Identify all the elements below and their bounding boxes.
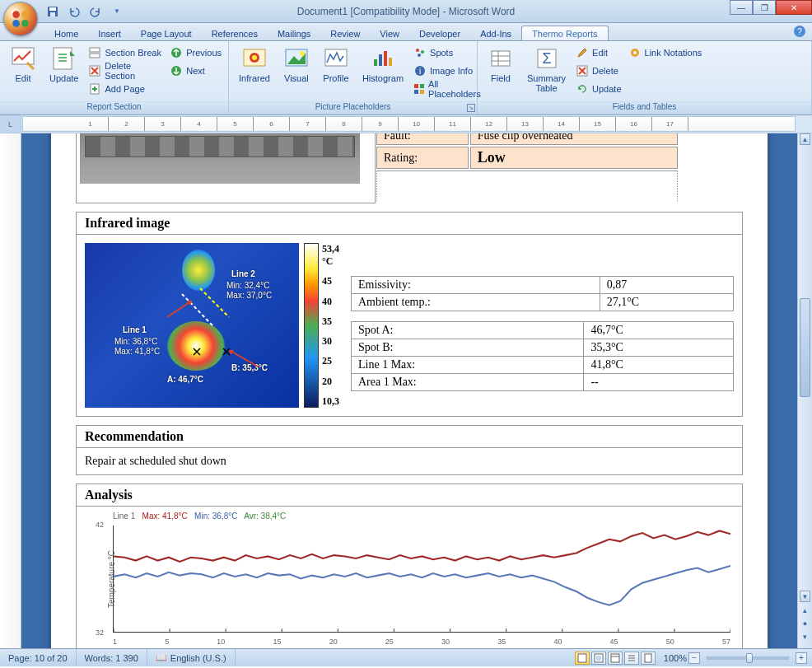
previous-icon [170,46,183,59]
svg-rect-62 [611,654,619,662]
tab-thermo-reports[interactable]: Thermo Reports [521,26,608,40]
svg-text:i: i [419,67,421,76]
qat-dropdown-icon[interactable]: ▼ [109,3,125,20]
maximize-button[interactable]: ❐ [753,0,776,15]
visual-button[interactable]: Visual [278,44,315,85]
ft-delete-button[interactable]: Delete [574,62,623,80]
visual-icon [283,45,310,72]
ft-update-button[interactable]: Update [574,80,623,98]
tab-insert[interactable]: Insert [88,26,131,40]
tab-review[interactable]: Review [320,26,370,40]
title-bar: ▼ Document1 [Compatibility Mode] - Micro… [0,0,812,23]
svg-rect-23 [379,54,382,66]
infrared-button[interactable]: Infrared [234,44,275,85]
tab-mailings[interactable]: Mailings [268,26,320,40]
dialog-launcher-icon[interactable]: ↘ [467,104,475,112]
spots-icon [413,46,427,59]
scroll-down-icon[interactable]: ▼ [800,591,810,602]
section-break-button[interactable]: Section Break [86,44,165,62]
status-words[interactable]: Words: 1 390 [77,649,147,666]
svg-point-0 [12,11,20,18]
add-page-button[interactable]: Add Page [86,80,165,98]
visual-photo-placeholder [80,133,360,184]
minimize-button[interactable]: — [730,0,753,15]
quick-access-toolbar: ▼ [44,3,125,20]
rating-value: Low [470,147,678,169]
image-info-button[interactable]: iImage Info [412,62,484,80]
group-label-report-section: Report Section [0,101,228,114]
section-break-icon [88,46,101,59]
status-page[interactable]: Page: 10 of 20 [0,649,77,666]
tab-view[interactable]: View [370,26,409,40]
chart-legend: Line 1 Max: 41,8°C Min: 36,8°C Avr: 38,4… [113,512,739,521]
tab-home[interactable]: Home [44,26,88,40]
analysis-chart-container: Line 1 Max: 41,8°C Min: 36,8°C Avr: 38,4… [76,507,743,648]
next-page-icon[interactable]: ▾ [800,631,810,642]
view-print-layout[interactable] [575,652,590,665]
image-info-icon: i [413,64,427,77]
svg-rect-61 [596,656,601,661]
browse-object-icon[interactable]: ● [800,618,810,628]
edit-label: Edit [16,73,31,83]
view-full-screen[interactable] [591,652,606,665]
view-draft[interactable] [641,652,656,665]
ruler-tab-selector[interactable]: L [0,115,21,133]
svg-line-41 [182,294,212,325]
histogram-button[interactable]: Histogram [357,44,408,85]
tab-add-ins[interactable]: Add-Ins [470,26,521,40]
scroll-thumb[interactable] [800,298,810,397]
previous-button[interactable]: Previous [168,44,223,62]
prev-page-icon[interactable]: ▴ [800,605,810,615]
horizontal-ruler[interactable]: 1234567891011121314151617 [22,116,796,132]
vertical-ruler[interactable] [0,133,21,648]
profile-button[interactable]: Profile [318,44,354,85]
zoom-in-button[interactable]: + [796,652,807,664]
update-button[interactable]: Update [44,44,83,85]
summary-table-button[interactable]: ΣSummary Table [522,44,571,95]
spots-button[interactable]: Spots [412,44,484,62]
next-button[interactable]: Next [168,62,223,80]
svg-rect-5 [49,7,56,11]
vertical-scrollbar[interactable]: ▲ ▼ ▴ ● ▾ [797,133,812,648]
tab-page-layout[interactable]: Page Layout [131,26,202,40]
svg-rect-25 [389,58,392,66]
tab-references[interactable]: References [202,26,268,40]
help-icon[interactable]: ? [794,26,805,37]
link-notations-button[interactable]: Link Notations [627,44,704,62]
zoom-knob[interactable] [746,653,753,663]
all-placeholders-button[interactable]: All Placeholders [412,80,484,98]
redo-icon[interactable] [87,3,104,20]
svg-rect-33 [414,90,418,94]
save-icon[interactable] [44,3,61,20]
field-button[interactable]: Field [483,44,519,85]
zoom-slider[interactable] [707,656,789,660]
svg-line-45 [229,350,258,367]
svg-rect-9 [90,48,100,52]
document-canvas[interactable]: Fault:Fuse clip overheated Rating:Low In… [21,133,797,648]
tab-developer[interactable]: Developer [409,26,470,40]
status-lang[interactable]: 📖English (U.S.) [147,649,236,666]
svg-line-43 [167,301,192,317]
all-placeholders-icon [413,82,425,96]
undo-icon[interactable] [66,3,82,20]
ft-edit-button[interactable]: Edit [574,44,623,62]
zoom-out-button[interactable]: − [688,652,700,664]
view-web-layout[interactable] [608,652,623,665]
close-button[interactable]: ✕ [776,0,812,15]
svg-rect-6 [50,12,55,16]
edit-button[interactable]: Edit [5,44,41,85]
summary-table-icon: Σ [534,45,560,72]
view-outline[interactable] [624,652,639,665]
svg-point-17 [252,55,257,60]
office-button[interactable] [3,2,38,36]
colorbar: 53,4°C 45 40 35 30 25 20 10,3 [304,243,339,408]
delete-section-button[interactable]: Delete Section [86,62,165,80]
window-title: Document1 [Compatibility Mode] - Microso… [297,6,516,17]
zoom-percent[interactable]: 100% [664,653,687,663]
group-label-fields: Fields and Tables [478,101,811,114]
analysis-heading: Analysis [76,483,743,507]
field-icon [488,45,514,72]
scroll-up-icon[interactable]: ▲ [800,133,810,145]
svg-rect-32 [420,84,424,88]
ribbon-group-report-section: Edit Update Section Break Delete Section… [0,41,229,114]
